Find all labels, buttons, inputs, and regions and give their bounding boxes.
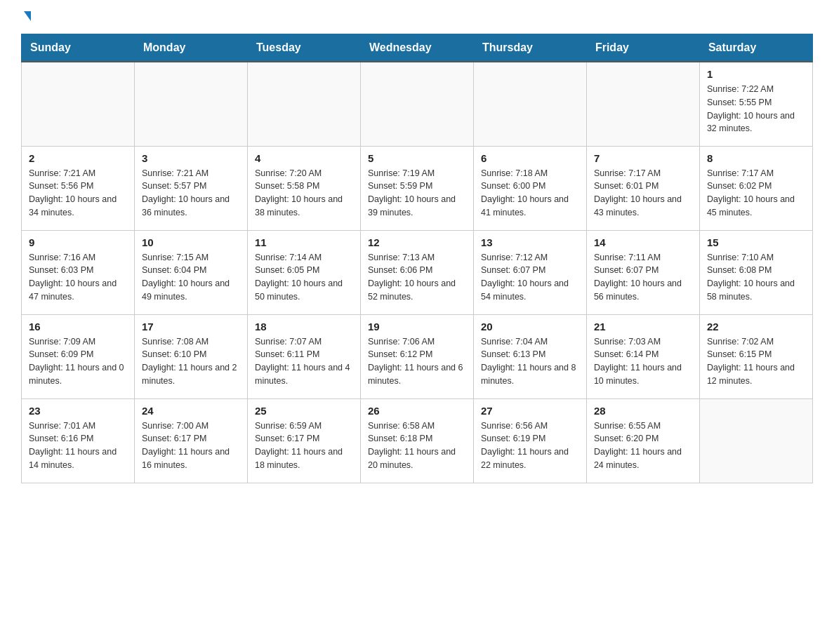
- calendar-cell: 25Sunrise: 6:59 AM Sunset: 6:17 PM Dayli…: [247, 398, 360, 483]
- day-info: Sunrise: 7:08 AM Sunset: 6:10 PM Dayligh…: [142, 335, 240, 388]
- day-info: Sunrise: 6:58 AM Sunset: 6:18 PM Dayligh…: [368, 420, 466, 472]
- day-info: Sunrise: 7:02 AM Sunset: 6:15 PM Dayligh…: [707, 335, 805, 388]
- day-info: Sunrise: 7:19 AM Sunset: 5:59 PM Dayligh…: [368, 167, 466, 220]
- calendar-cell: [247, 62, 360, 146]
- day-number: 3: [142, 152, 240, 164]
- calendar-cell: 12Sunrise: 7:13 AM Sunset: 6:06 PM Dayli…: [360, 230, 473, 314]
- day-number: 15: [707, 236, 805, 248]
- day-number: 10: [142, 236, 240, 248]
- day-number: 20: [481, 321, 579, 333]
- day-number: 21: [594, 321, 692, 333]
- logo-text: [21, 14, 31, 21]
- day-info: Sunrise: 7:21 AM Sunset: 5:56 PM Dayligh…: [29, 167, 127, 220]
- calendar-cell: [134, 62, 247, 146]
- calendar-cell: [473, 62, 586, 146]
- calendar-cell: 28Sunrise: 6:55 AM Sunset: 6:20 PM Dayli…: [586, 398, 699, 483]
- day-info: Sunrise: 6:55 AM Sunset: 6:20 PM Dayligh…: [594, 420, 692, 472]
- day-number: 8: [707, 152, 805, 164]
- calendar-week-row: 1Sunrise: 7:22 AM Sunset: 5:55 PM Daylig…: [22, 62, 813, 146]
- day-info: Sunrise: 6:59 AM Sunset: 6:17 PM Dayligh…: [255, 420, 353, 472]
- calendar-cell: 24Sunrise: 7:00 AM Sunset: 6:17 PM Dayli…: [134, 398, 247, 483]
- day-number: 25: [255, 405, 353, 417]
- calendar-cell: 20Sunrise: 7:04 AM Sunset: 6:13 PM Dayli…: [473, 314, 586, 398]
- page-header: [21, 14, 813, 20]
- day-of-week-header: Wednesday: [360, 34, 473, 62]
- day-number: 13: [481, 236, 579, 248]
- day-number: 5: [368, 152, 466, 164]
- day-info: Sunrise: 7:10 AM Sunset: 6:08 PM Dayligh…: [707, 251, 805, 304]
- day-number: 7: [594, 152, 692, 164]
- day-of-week-header: Saturday: [699, 34, 812, 62]
- day-number: 26: [368, 405, 466, 417]
- day-info: Sunrise: 7:13 AM Sunset: 6:06 PM Dayligh…: [368, 251, 466, 304]
- calendar-cell: 1Sunrise: 7:22 AM Sunset: 5:55 PM Daylig…: [699, 62, 812, 146]
- day-number: 4: [255, 152, 353, 164]
- calendar-cell: 11Sunrise: 7:14 AM Sunset: 6:05 PM Dayli…: [247, 230, 360, 314]
- calendar-cell: 10Sunrise: 7:15 AM Sunset: 6:04 PM Dayli…: [134, 230, 247, 314]
- day-info: Sunrise: 7:14 AM Sunset: 6:05 PM Dayligh…: [255, 251, 353, 304]
- day-info: Sunrise: 7:01 AM Sunset: 6:16 PM Dayligh…: [29, 420, 127, 472]
- calendar-week-row: 2Sunrise: 7:21 AM Sunset: 5:56 PM Daylig…: [22, 146, 813, 230]
- day-number: 1: [707, 68, 805, 80]
- day-number: 9: [29, 236, 127, 248]
- day-number: 6: [481, 152, 579, 164]
- day-number: 28: [594, 405, 692, 417]
- day-info: Sunrise: 7:07 AM Sunset: 6:11 PM Dayligh…: [255, 335, 353, 388]
- calendar-cell: [360, 62, 473, 146]
- day-of-week-header: Friday: [586, 34, 699, 62]
- calendar-cell: 21Sunrise: 7:03 AM Sunset: 6:14 PM Dayli…: [586, 314, 699, 398]
- calendar-cell: 23Sunrise: 7:01 AM Sunset: 6:16 PM Dayli…: [22, 398, 135, 483]
- day-info: Sunrise: 7:12 AM Sunset: 6:07 PM Dayligh…: [481, 251, 579, 304]
- calendar-cell: [586, 62, 699, 146]
- calendar-cell: 16Sunrise: 7:09 AM Sunset: 6:09 PM Dayli…: [22, 314, 135, 398]
- calendar-cell: 5Sunrise: 7:19 AM Sunset: 5:59 PM Daylig…: [360, 146, 473, 230]
- day-of-week-header: Sunday: [22, 34, 135, 62]
- calendar-week-row: 9Sunrise: 7:16 AM Sunset: 6:03 PM Daylig…: [22, 230, 813, 314]
- day-number: 27: [481, 405, 579, 417]
- day-info: Sunrise: 7:06 AM Sunset: 6:12 PM Dayligh…: [368, 335, 466, 388]
- day-info: Sunrise: 7:18 AM Sunset: 6:00 PM Dayligh…: [481, 167, 579, 220]
- day-info: Sunrise: 7:16 AM Sunset: 6:03 PM Dayligh…: [29, 251, 127, 304]
- calendar-cell: 3Sunrise: 7:21 AM Sunset: 5:57 PM Daylig…: [134, 146, 247, 230]
- calendar-cell: 15Sunrise: 7:10 AM Sunset: 6:08 PM Dayli…: [699, 230, 812, 314]
- calendar-cell: 27Sunrise: 6:56 AM Sunset: 6:19 PM Dayli…: [473, 398, 586, 483]
- day-info: Sunrise: 7:03 AM Sunset: 6:14 PM Dayligh…: [594, 335, 692, 388]
- calendar-cell: [22, 62, 135, 146]
- day-number: 16: [29, 321, 127, 333]
- day-info: Sunrise: 7:09 AM Sunset: 6:09 PM Dayligh…: [29, 335, 127, 388]
- calendar-cell: 19Sunrise: 7:06 AM Sunset: 6:12 PM Dayli…: [360, 314, 473, 398]
- day-number: 2: [29, 152, 127, 164]
- day-info: Sunrise: 7:17 AM Sunset: 6:01 PM Dayligh…: [594, 167, 692, 220]
- day-number: 17: [142, 321, 240, 333]
- day-of-week-header: Thursday: [473, 34, 586, 62]
- day-number: 24: [142, 405, 240, 417]
- calendar-cell: 4Sunrise: 7:20 AM Sunset: 5:58 PM Daylig…: [247, 146, 360, 230]
- calendar-week-row: 23Sunrise: 7:01 AM Sunset: 6:16 PM Dayli…: [22, 398, 813, 483]
- day-of-week-header: Tuesday: [247, 34, 360, 62]
- calendar-cell: 26Sunrise: 6:58 AM Sunset: 6:18 PM Dayli…: [360, 398, 473, 483]
- day-info: Sunrise: 7:22 AM Sunset: 5:55 PM Dayligh…: [707, 83, 805, 135]
- calendar-cell: 7Sunrise: 7:17 AM Sunset: 6:01 PM Daylig…: [586, 146, 699, 230]
- day-info: Sunrise: 6:56 AM Sunset: 6:19 PM Dayligh…: [481, 420, 579, 472]
- day-info: Sunrise: 7:04 AM Sunset: 6:13 PM Dayligh…: [481, 335, 579, 388]
- calendar-cell: 2Sunrise: 7:21 AM Sunset: 5:56 PM Daylig…: [22, 146, 135, 230]
- day-info: Sunrise: 7:15 AM Sunset: 6:04 PM Dayligh…: [142, 251, 240, 304]
- day-number: 22: [707, 321, 805, 333]
- calendar-cell: 8Sunrise: 7:17 AM Sunset: 6:02 PM Daylig…: [699, 146, 812, 230]
- day-of-week-header: Monday: [134, 34, 247, 62]
- calendar-week-row: 16Sunrise: 7:09 AM Sunset: 6:09 PM Dayli…: [22, 314, 813, 398]
- day-number: 19: [368, 321, 466, 333]
- calendar-cell: 6Sunrise: 7:18 AM Sunset: 6:00 PM Daylig…: [473, 146, 586, 230]
- calendar-table: SundayMondayTuesdayWednesdayThursdayFrid…: [21, 34, 813, 483]
- logo: [21, 14, 31, 20]
- calendar-cell: 13Sunrise: 7:12 AM Sunset: 6:07 PM Dayli…: [473, 230, 586, 314]
- day-number: 23: [29, 405, 127, 417]
- calendar-cell: [699, 398, 812, 483]
- day-info: Sunrise: 7:11 AM Sunset: 6:07 PM Dayligh…: [594, 251, 692, 304]
- calendar-cell: 17Sunrise: 7:08 AM Sunset: 6:10 PM Dayli…: [134, 314, 247, 398]
- day-info: Sunrise: 7:21 AM Sunset: 5:57 PM Dayligh…: [142, 167, 240, 220]
- logo-triangle-icon: [24, 11, 31, 21]
- day-number: 14: [594, 236, 692, 248]
- calendar-header-row: SundayMondayTuesdayWednesdayThursdayFrid…: [22, 34, 813, 62]
- day-number: 12: [368, 236, 466, 248]
